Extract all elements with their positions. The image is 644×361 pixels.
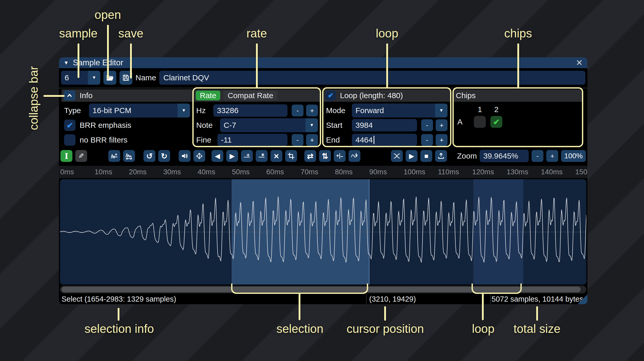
- crop-icon: [287, 152, 295, 160]
- brr-emphasis-checkbox[interactable]: ✔: [64, 120, 75, 131]
- toolbar: I ✎ ↺ ↻ ◀ ▶: [60, 150, 586, 162]
- delete-x-icon: ×: [274, 151, 279, 161]
- timeline-label: 130ms: [506, 168, 528, 176]
- filter-button[interactable]: [348, 150, 360, 162]
- timeline-label: 140ms: [541, 168, 563, 176]
- cursor-position-text: (3210, 19429): [369, 295, 416, 303]
- sample-index-dropdown[interactable]: 6 ▼: [61, 71, 100, 85]
- type-label: Type: [64, 106, 89, 115]
- zoom-in-button[interactable]: +: [546, 150, 558, 162]
- insert-silence-icon: [243, 152, 251, 160]
- draw-mode-button[interactable]: ✎: [75, 150, 87, 162]
- ibeam-cursor-icon: I: [65, 152, 68, 161]
- chevron-down-icon[interactable]: ▼: [178, 104, 190, 117]
- redo-icon: ↻: [161, 152, 167, 161]
- zoom-out-button[interactable]: -: [532, 150, 543, 162]
- filter-icon: [351, 152, 358, 160]
- titlebar[interactable]: ▼ Sample Editor ✕: [59, 57, 587, 68]
- apply-silence-icon: [258, 152, 265, 160]
- sample-name-value: Clarinet DQV: [163, 73, 209, 82]
- timeline-label: 30ms: [163, 168, 181, 176]
- stop-icon: ■: [424, 152, 428, 160]
- annotation-cursor-position: cursor position: [346, 322, 424, 336]
- annotation-line-collapse-bar: [43, 95, 65, 97]
- redo-button[interactable]: ↻: [158, 150, 170, 162]
- reverse-button[interactable]: ⇄: [304, 150, 316, 162]
- sample-index-value: 6: [61, 73, 88, 82]
- speaker-icon: [181, 152, 188, 160]
- trim-button[interactable]: [285, 150, 297, 162]
- info-header: Info: [62, 89, 193, 102]
- zoom-controls: Zoom 39.9645% - + 100%: [457, 150, 586, 162]
- waveform-trace: [60, 179, 586, 285]
- section-info: Info Type 16-bit PCM ▼ ✔ BRR emphasis ✔ …: [62, 89, 193, 147]
- sign-button[interactable]: [334, 150, 346, 162]
- chevron-down-icon[interactable]: ▼: [88, 71, 100, 85]
- insert-silence-button[interactable]: [241, 150, 253, 162]
- annotation-chips: chips: [504, 26, 532, 40]
- play-icon: ▶: [409, 152, 414, 160]
- annotation-box-chips: [452, 87, 583, 147]
- play-button[interactable]: ▶: [406, 150, 418, 162]
- close-icon[interactable]: ✕: [576, 58, 583, 68]
- type-value: 16-bit PCM: [89, 106, 178, 115]
- timeline-label: 150ms: [575, 168, 587, 176]
- annotation-line-save: [130, 43, 132, 79]
- annotation-selection: selection: [276, 322, 323, 336]
- divider: [490, 294, 491, 304]
- timeline-label: 60ms: [266, 168, 284, 176]
- resize-icon: [111, 152, 118, 160]
- select-mode-button[interactable]: I: [60, 150, 72, 162]
- crossfade-icon: [393, 152, 400, 160]
- open-sample-button[interactable]: [103, 71, 116, 85]
- collapse-bar-button[interactable]: [64, 90, 75, 101]
- window-collapse-icon[interactable]: ▼: [64, 60, 69, 66]
- type-dropdown[interactable]: 16-bit PCM ▼: [89, 104, 190, 117]
- resize-grip[interactable]: [578, 294, 587, 304]
- brr-emphasis-label: BRR emphasis: [80, 121, 131, 130]
- window-title: Sample Editor: [73, 58, 123, 67]
- timeline-label: 80ms: [335, 168, 352, 176]
- apply-silence-button[interactable]: [256, 150, 268, 162]
- floppy-disk-icon: [122, 74, 130, 82]
- zoom-reset-button[interactable]: 100%: [561, 150, 586, 162]
- timeline-label: 90ms: [369, 168, 387, 176]
- annotation-line-loop-bottom: [482, 293, 484, 320]
- no-brr-filters-label: no BRR filters: [80, 136, 127, 144]
- resize-button[interactable]: [108, 150, 120, 162]
- timeline-label: 110ms: [438, 168, 459, 176]
- timeline-label: 120ms: [472, 168, 494, 176]
- sign-icon: [336, 152, 343, 160]
- stop-button[interactable]: ■: [420, 150, 432, 162]
- no-brr-filters-checkbox[interactable]: ✔: [64, 134, 75, 146]
- invert-button[interactable]: ⇅: [319, 150, 331, 162]
- sample-name-input[interactable]: Clarinet DQV: [159, 71, 585, 85]
- chevron-up-icon: [66, 92, 73, 99]
- fade-out-button[interactable]: ▶: [226, 150, 238, 162]
- waveform-display[interactable]: [60, 179, 586, 285]
- zoom-value: 39.9645%: [483, 152, 518, 160]
- reverse-icon: ⇄: [307, 152, 313, 161]
- undo-button[interactable]: ↺: [143, 150, 155, 162]
- annotation-bracket-loop: [472, 284, 522, 294]
- zoom-input[interactable]: 39.9645%: [480, 150, 529, 162]
- amplify-button[interactable]: [179, 150, 191, 162]
- info-header-label: Info: [80, 91, 93, 100]
- crossfade-button[interactable]: [391, 150, 403, 162]
- zoom-label: Zoom: [457, 152, 477, 160]
- selection-info-text: Select (1654-2983: 1329 samples): [62, 295, 176, 303]
- timeline-label: 40ms: [198, 168, 215, 176]
- annotation-collapse-bar: collapse bar: [27, 61, 41, 136]
- normalize-button[interactable]: [193, 150, 205, 162]
- annotation-bracket-selection: [231, 284, 368, 294]
- annotation-line-total-size: [536, 306, 538, 321]
- timeline-label: 0ms: [60, 168, 74, 176]
- fade-in-button[interactable]: ◀: [211, 150, 223, 162]
- timeline-label: 100ms: [404, 168, 425, 176]
- annotation-line-loop-top: [386, 43, 388, 88]
- import-button[interactable]: [435, 150, 447, 162]
- timeline-ruler[interactable]: 0ms10ms20ms30ms40ms50ms60ms70ms80ms90ms1…: [59, 166, 587, 178]
- resample-button[interactable]: [123, 150, 135, 162]
- delete-button[interactable]: ×: [270, 150, 282, 162]
- divider: [366, 294, 367, 304]
